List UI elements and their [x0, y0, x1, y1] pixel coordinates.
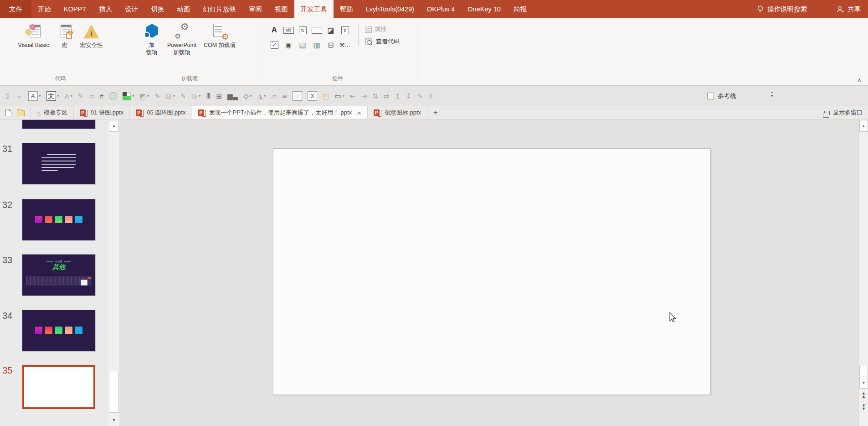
menu-tab-动画[interactable]: 动画 [170, 0, 196, 18]
dropdown-caret-icon[interactable]: ▾ [147, 94, 149, 98]
dropdown-caret-icon[interactable]: ▾ [343, 94, 344, 98]
menu-tab-开始[interactable]: 开始 [31, 0, 57, 18]
slide-thumbnail-31[interactable] [22, 143, 95, 184]
properties-button[interactable]: 属性 [365, 25, 400, 33]
bar-chart-icon[interactable]: ▆▃ [227, 89, 238, 103]
border-box-icon[interactable]: ▭▾ [335, 89, 344, 103]
group-squares-icon[interactable]: ▰ [282, 89, 288, 103]
slide-thumbnail-33[interactable]: 小标题其他 [22, 255, 95, 296]
slide-thumbnail-35[interactable] [22, 365, 95, 409]
guides-checkbox[interactable] [707, 93, 714, 99]
ellipse-icon[interactable] [109, 89, 117, 103]
checkbox-control[interactable]: ✓ [268, 39, 280, 51]
font-wen-icon[interactable]: 文▾ [46, 89, 59, 103]
distribute-vertical-icon[interactable]: ⇕ [5, 89, 10, 103]
new-file-icon[interactable] [5, 109, 11, 116]
menu-tab-文件[interactable]: 文件 [0, 0, 31, 18]
visual-basic-button[interactable]: Visual Basic [15, 21, 52, 50]
more-controls[interactable]: ⚒… [339, 39, 351, 51]
com-addins-button[interactable]: ⚙ COM 加载项 [200, 21, 239, 50]
show-multiple-windows-button[interactable]: 显示多窗口 [824, 106, 868, 119]
canvas-scroll-up-icon[interactable]: ▲ [859, 120, 868, 132]
listbox-control[interactable]: ▤ [297, 39, 308, 51]
menu-tab-帮助[interactable]: 帮助 [334, 0, 360, 18]
format-brush-icon[interactable]: ✎ [417, 89, 423, 103]
menu-tab-OneKey 10[interactable]: OneKey 10 [461, 0, 507, 18]
image-control[interactable]: ◪ [325, 24, 337, 36]
previous-slide-button[interactable]: ▲▲ [860, 392, 868, 398]
file-tab[interactable]: P01 饼图.pptx [74, 106, 130, 119]
columns-icon[interactable]: Ⅲ [206, 89, 211, 103]
menu-tab-开发工具[interactable]: 开发工具 [294, 0, 334, 18]
swap-picture-icon[interactable]: ⇄ [384, 89, 390, 103]
command-button-control[interactable] [311, 24, 323, 36]
resize-height-icon[interactable]: ⇳ [428, 89, 434, 103]
file-tab[interactable]: P05 圆环图.pptx [130, 106, 192, 119]
canvas-scrollbar[interactable]: ▲ ▼ ▲▲ ▼▼ [858, 119, 868, 426]
excel-icon[interactable]: X [308, 89, 317, 103]
canvas-scroll-thumb[interactable] [859, 365, 868, 376]
dropdown-caret-icon[interactable]: ▾ [250, 94, 252, 98]
macros-button[interactable]: 宏 [53, 21, 76, 50]
text-style-box-icon[interactable]: A▾ [28, 89, 41, 103]
menu-tab-切换[interactable]: 切换 [144, 0, 170, 18]
dropdown-caret-icon[interactable]: ▾ [264, 94, 266, 98]
menu-tab-幻灯片放映[interactable]: 幻灯片放映 [196, 0, 242, 18]
ink-bucket-icon[interactable]: ◩▾ [139, 89, 149, 103]
thumb-scroll-up-icon[interactable]: ▲ [109, 120, 119, 132]
thumb-scroll-down-icon[interactable]: ▼ [109, 415, 119, 425]
menu-tab-审阅[interactable]: 审阅 [242, 0, 268, 18]
text-lines-icon[interactable]: ≡ [293, 89, 302, 103]
eyedropper2-icon[interactable]: ✎ [154, 89, 160, 103]
send-right-icon[interactable]: ⇥ [361, 89, 367, 103]
eyedropper-icon[interactable]: ✎ [78, 89, 84, 103]
slide-35-canvas[interactable] [273, 148, 711, 395]
font-color-icon[interactable]: A▾ [65, 89, 72, 103]
menu-tab-视图[interactable]: 视图 [268, 0, 294, 18]
file-tab[interactable]: P创意图标.pptx [368, 106, 427, 119]
guides-toggle[interactable]: 参考线 [707, 86, 736, 106]
crop-marks-icon[interactable]: # [100, 89, 103, 103]
view-code-button[interactable]: 查看代码 [365, 37, 400, 46]
align-stack-icon[interactable]: ⇅ [372, 89, 378, 103]
powerpoint-addins-button[interactable]: ⚙⚙ PowerPoint 加载项 [164, 21, 200, 57]
menu-tab-简报[interactable]: 简报 [507, 0, 533, 18]
canvas-scroll-down-icon[interactable]: ▼ [859, 377, 868, 389]
textbox-control[interactable]: ab| [282, 24, 294, 36]
send-left-icon[interactable]: ⇤ [350, 89, 356, 103]
close-tab-icon[interactable]: × [357, 109, 361, 116]
label-control[interactable]: A [268, 24, 280, 36]
slide-thumbnail-32[interactable] [22, 199, 95, 240]
open-folder-icon[interactable] [17, 110, 25, 116]
select-shapes-icon[interactable]: ◳ [323, 89, 329, 103]
slide-thumbnail-34[interactable] [22, 310, 95, 351]
next-slide-button[interactable]: ▼▼ [860, 404, 868, 410]
slide-thumbnail[interactable] [22, 120, 95, 129]
thumbnail-scrollbar[interactable]: ▲ ▼ [108, 119, 119, 426]
color-swatch-icon[interactable]: ▾ [123, 89, 134, 103]
toolbar-overflow-icon[interactable]: ▾ [771, 92, 773, 99]
dropdown-caret-icon[interactable]: ▾ [173, 94, 175, 98]
menu-tab-OKPlus 4[interactable]: OKPlus 4 [421, 0, 461, 18]
spin-button-control[interactable]: ⇅ [297, 24, 308, 36]
overlap-squares-icon[interactable]: ▱ [271, 89, 277, 103]
paste-picture-icon[interactable]: ▱ [89, 89, 94, 103]
share-button[interactable]: 共享 [836, 5, 861, 14]
scrollbar-control[interactable]: ⇕ [339, 24, 351, 36]
table-edit-icon[interactable]: ⊞ [216, 89, 222, 103]
file-tab[interactable]: P发现一个PPT小插件，使用起来爽爆了，太好用！.pptx× [192, 106, 368, 119]
dropdown-caret-icon[interactable]: ▾ [199, 94, 200, 98]
toggle-button-control[interactable]: ⊟ [325, 39, 337, 51]
dropdown-caret-icon[interactable]: ▾ [132, 94, 134, 98]
macro-security-button[interactable]: ! 宏安全性 [77, 21, 106, 50]
edit-shape-icon[interactable]: ⊡▾ [166, 89, 175, 103]
flip-icon[interactable]: ◮▾ [257, 89, 266, 103]
dropdown-caret-icon[interactable]: ▾ [39, 94, 41, 98]
merge-shapes-icon[interactable]: ◎▾ [191, 89, 200, 103]
menu-tab-插入[interactable]: 插入 [92, 0, 118, 18]
menu-tab-设计[interactable]: 设计 [118, 0, 144, 18]
new-tab-button[interactable]: + [427, 106, 444, 119]
option-button-control[interactable]: ◉ [282, 39, 294, 51]
move-up-icon[interactable]: ↥ [395, 89, 401, 103]
thumb-scroll-thumb[interactable] [109, 371, 119, 413]
